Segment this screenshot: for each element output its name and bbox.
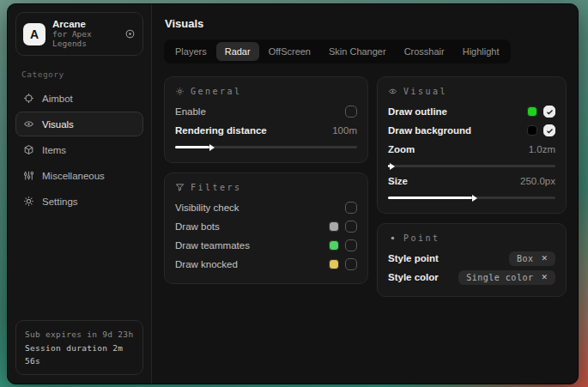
size-value: 250.0px <box>520 176 555 186</box>
draw-knocked-checkbox[interactable] <box>345 258 357 270</box>
app-logo: A <box>23 23 45 45</box>
rendering-distance-value: 100m <box>332 125 357 136</box>
page-title: Visuals <box>165 17 567 30</box>
style-point-chip[interactable]: Box ✕ <box>509 251 555 266</box>
section-title: Visual <box>403 87 447 96</box>
sidebar-item-visuals[interactable]: Visuals <box>15 112 143 136</box>
chip-label: Box <box>517 254 534 263</box>
sidebar-item-label: Visuals <box>42 119 74 130</box>
crosshair-icon <box>23 93 34 104</box>
target-icon[interactable] <box>124 28 136 39</box>
package-icon <box>23 144 34 155</box>
sidebar-item-aimbot[interactable]: Aimbot <box>15 86 143 111</box>
filters-card: Filters Visibility check Draw bots <box>164 172 368 284</box>
sidebar-item-label: Settings <box>42 197 78 207</box>
tab-skin-changer[interactable]: Skin Changer <box>320 42 395 61</box>
close-icon[interactable]: ✕ <box>541 273 548 281</box>
size-label: Size <box>388 176 408 186</box>
draw-background-color-swatch[interactable] <box>527 125 537 136</box>
sidebar-item-label: Items <box>42 145 66 155</box>
rendering-distance-label: Rendering distance <box>175 125 267 136</box>
enable-label: Enable <box>175 106 206 117</box>
tab-players[interactable]: Players <box>167 42 215 61</box>
general-card: General Enable Rendering distance 100m <box>164 76 368 163</box>
point-icon <box>388 233 397 243</box>
zoom-value: 1.0zm <box>529 144 555 154</box>
tab-crosshair[interactable]: Crosshair <box>396 42 453 61</box>
app-window: A Arcane for Apex Legends Category Aimbo… <box>7 3 579 384</box>
slider-fill[interactable] <box>175 146 209 148</box>
sliders-icon <box>23 170 34 181</box>
sidebar-item-label: Aimbot <box>42 94 73 104</box>
draw-knocked-color-swatch[interactable] <box>329 259 339 269</box>
zoom-label: Zoom <box>388 144 415 154</box>
draw-background-checkbox[interactable] <box>543 124 555 136</box>
draw-bots-color-swatch[interactable] <box>329 221 339 232</box>
point-card: Point Style point Box ✕ Style color Sing… <box>377 223 567 297</box>
draw-teammates-label: Draw teammates <box>175 240 250 251</box>
section-title: Point <box>403 233 440 243</box>
session-duration-text: Session duration 2m 56s <box>25 342 134 367</box>
category-label: Category <box>21 70 143 79</box>
sidebar-item-items[interactable]: Items <box>15 137 143 162</box>
visibility-check-checkbox[interactable] <box>345 202 357 214</box>
visual-card: Visual Draw outline Draw background <box>377 76 567 214</box>
section-title: General <box>191 87 242 96</box>
tab-offscreen[interactable]: OffScreen <box>260 42 319 61</box>
zoom-slider[interactable] <box>388 165 555 167</box>
style-color-chip[interactable]: Single color ✕ <box>458 270 555 285</box>
draw-bots-checkbox[interactable] <box>345 221 357 233</box>
draw-teammates-checkbox[interactable] <box>345 239 357 251</box>
draw-outline-label: Draw outline <box>388 106 447 117</box>
sidebar-item-settings[interactable]: Settings <box>15 189 143 214</box>
style-color-label: Style color <box>388 272 439 282</box>
main-panel: Visuals Players Radar OffScreen Skin Cha… <box>152 4 579 384</box>
app-header: A Arcane for Apex Legends <box>15 12 143 56</box>
enable-checkbox[interactable] <box>345 106 357 118</box>
chip-label: Single color <box>466 273 533 282</box>
tab-highlight[interactable]: Highlight <box>454 42 508 61</box>
draw-bots-label: Draw bots <box>175 221 220 232</box>
eye-scan-icon <box>23 118 34 130</box>
general-icon <box>175 87 185 96</box>
draw-outline-color-swatch[interactable] <box>527 106 537 117</box>
size-slider[interactable] <box>388 197 555 199</box>
draw-outline-checkbox[interactable] <box>543 106 555 118</box>
sidebar-item-miscellaneous[interactable]: Miscellaneous <box>15 163 143 188</box>
sub-expires-text: Sub expires in 9d 23h <box>25 328 134 341</box>
draw-knocked-label: Draw knocked <box>175 259 238 269</box>
tab-bar: Players Radar OffScreen Skin Changer Cro… <box>164 39 511 63</box>
funnel-icon <box>175 183 185 192</box>
slider-fill[interactable] <box>388 197 472 199</box>
slider-fill[interactable] <box>388 165 390 167</box>
gear-icon <box>23 196 34 207</box>
section-title: Filters <box>191 183 242 192</box>
visibility-check-label: Visibility check <box>175 203 239 213</box>
sidebar-item-label: Miscellaneous <box>42 171 105 181</box>
app-logo-letter: A <box>30 27 39 41</box>
subscription-info: Sub expires in 9d 23h Session duration 2… <box>15 320 143 375</box>
draw-background-label: Draw background <box>388 125 471 136</box>
draw-teammates-color-swatch[interactable] <box>329 240 339 251</box>
sidebar: A Arcane for Apex Legends Category Aimbo… <box>8 4 152 384</box>
eye-icon <box>388 87 397 96</box>
tab-radar[interactable]: Radar <box>216 42 259 61</box>
rendering-distance-slider[interactable] <box>175 146 357 148</box>
app-subtitle: for Apex Legends <box>52 30 118 49</box>
close-icon[interactable]: ✕ <box>541 254 548 263</box>
style-point-label: Style point <box>388 253 439 263</box>
